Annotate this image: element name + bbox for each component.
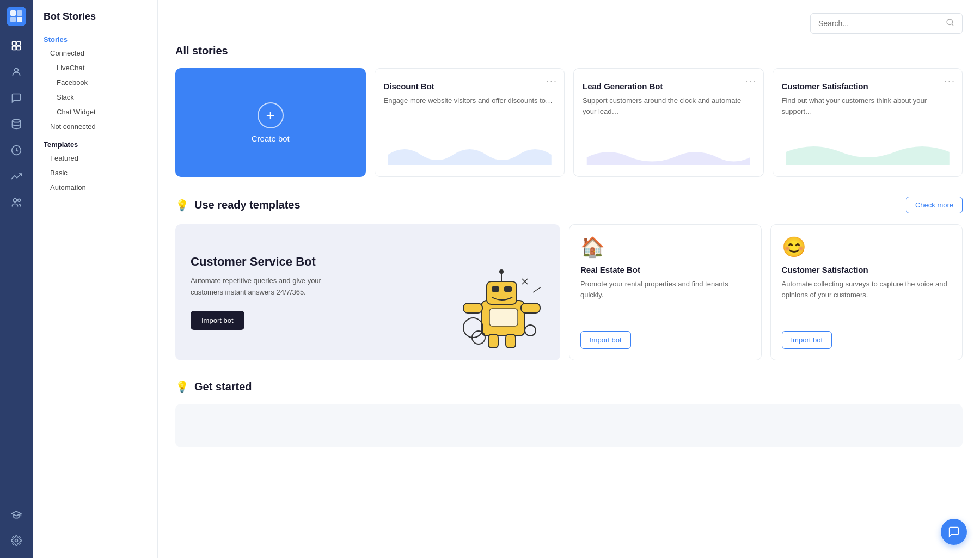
sidebar-item-automation[interactable]: Automation bbox=[33, 180, 157, 195]
svg-rect-17 bbox=[487, 281, 517, 304]
svg-rect-21 bbox=[504, 286, 512, 292]
svg-point-13 bbox=[15, 539, 18, 542]
discount-bot-wave bbox=[384, 138, 556, 168]
search-icon bbox=[946, 18, 954, 29]
lead-bot-desc: Support customers around the clock and a… bbox=[583, 95, 755, 116]
featured-desc: Automate repetitive queries and give you… bbox=[191, 275, 343, 298]
templates-section-title: 💡 Use ready templates bbox=[175, 199, 301, 212]
nav-history[interactable] bbox=[5, 139, 27, 161]
sidebar-item-slack[interactable]: Slack bbox=[33, 90, 157, 105]
card-menu-satisfaction[interactable]: ··· bbox=[944, 75, 955, 87]
robot-illustration bbox=[451, 257, 549, 355]
svg-point-12 bbox=[18, 199, 21, 201]
customer-sat-import-button[interactable]: Import bot bbox=[782, 331, 832, 349]
lead-bot-title: Lead Generation Bot bbox=[583, 82, 755, 91]
story-card-satisfaction: ··· Customer Satisfaction Find out what … bbox=[773, 68, 963, 177]
svg-rect-23 bbox=[521, 303, 540, 313]
story-card-discount: ··· Discount Bot Engage more website vis… bbox=[375, 68, 565, 177]
discount-bot-title: Discount Bot bbox=[384, 82, 556, 91]
satisfaction-title: Customer Satisfaction bbox=[782, 82, 954, 91]
svg-rect-2 bbox=[10, 17, 16, 22]
create-bot-label: Create bot bbox=[252, 134, 290, 143]
nav-contacts[interactable] bbox=[5, 61, 27, 83]
svg-point-9 bbox=[13, 120, 21, 122]
real-estate-desc: Promote your rental properties and find … bbox=[580, 279, 750, 322]
all-stories-title: All stories bbox=[175, 45, 963, 57]
card-menu-discount[interactable]: ··· bbox=[546, 75, 558, 87]
sidebar-item-not-connected[interactable]: Not connected bbox=[33, 119, 157, 134]
main-header bbox=[175, 13, 963, 34]
story-card-lead: ··· Lead Generation Bot Support customer… bbox=[573, 68, 764, 177]
svg-rect-0 bbox=[10, 10, 16, 16]
customer-sat-icon: 😊 bbox=[782, 236, 952, 259]
create-bot-plus-icon: + bbox=[258, 102, 284, 128]
create-bot-card[interactable]: + Create bot bbox=[175, 68, 366, 177]
svg-line-15 bbox=[952, 24, 953, 26]
discount-bot-desc: Engage more website visitors and offer d… bbox=[384, 95, 556, 106]
svg-rect-4 bbox=[13, 42, 16, 46]
featured-import-button[interactable]: Import bot bbox=[191, 311, 244, 330]
sidebar: Bot Stories Stories Connected LiveChat F… bbox=[33, 0, 158, 558]
real-estate-import-button[interactable]: Import bot bbox=[580, 331, 631, 349]
bulb-icon: 💡 bbox=[175, 199, 189, 212]
customer-sat-title: Customer Satisfaction bbox=[782, 265, 952, 274]
search-box bbox=[810, 13, 963, 34]
svg-rect-24 bbox=[488, 334, 498, 348]
get-started-bulb-icon: 💡 bbox=[175, 380, 189, 393]
sidebar-item-livechat[interactable]: LiveChat bbox=[33, 60, 157, 75]
svg-point-8 bbox=[15, 68, 19, 72]
floating-chat-button[interactable] bbox=[941, 519, 967, 545]
svg-rect-22 bbox=[463, 303, 482, 313]
svg-rect-1 bbox=[17, 10, 22, 16]
svg-rect-7 bbox=[17, 46, 21, 50]
templates-grid: Customer Service Bot Automate repetitive… bbox=[175, 224, 963, 360]
svg-rect-6 bbox=[13, 46, 16, 50]
nav-data[interactable] bbox=[5, 113, 27, 135]
real-estate-icon: 🏠 bbox=[580, 236, 750, 259]
satisfaction-wave bbox=[782, 138, 954, 168]
svg-rect-20 bbox=[492, 286, 499, 292]
sidebar-item-featured[interactable]: Featured bbox=[33, 151, 157, 165]
sidebar-item-connected[interactable]: Connected bbox=[33, 46, 157, 60]
sidebar-item-basic[interactable]: Basic bbox=[33, 165, 157, 180]
svg-point-14 bbox=[947, 19, 953, 25]
svg-point-19 bbox=[499, 269, 504, 274]
nav-chat[interactable] bbox=[5, 87, 27, 109]
templates-section-header: 💡 Use ready templates Check more bbox=[175, 197, 963, 213]
nav-analytics[interactable] bbox=[5, 165, 27, 187]
check-more-button[interactable]: Check more bbox=[906, 197, 963, 213]
svg-rect-25 bbox=[506, 334, 516, 348]
customer-sat-desc: Automate collecting surveys to capture t… bbox=[782, 279, 952, 322]
sidebar-section-stories[interactable]: Stories bbox=[33, 31, 157, 46]
featured-template-card: Customer Service Bot Automate repetitive… bbox=[175, 224, 560, 360]
nav-academy[interactable] bbox=[5, 504, 27, 525]
sidebar-item-facebook[interactable]: Facebook bbox=[33, 75, 157, 90]
featured-title: Customer Service Bot bbox=[191, 255, 343, 269]
nav-settings[interactable] bbox=[5, 530, 27, 551]
svg-rect-3 bbox=[17, 17, 22, 22]
card-menu-lead[interactable]: ··· bbox=[745, 75, 756, 87]
search-input[interactable] bbox=[818, 19, 941, 28]
nav-team[interactable] bbox=[5, 192, 27, 213]
svg-rect-26 bbox=[489, 309, 518, 326]
svg-point-11 bbox=[13, 199, 17, 203]
sidebar-item-chat-widget[interactable]: Chat Widget bbox=[33, 105, 157, 119]
icon-nav bbox=[0, 0, 33, 558]
satisfaction-desc: Find out what your customers think about… bbox=[782, 95, 954, 116]
real-estate-template-card: 🏠 Real Estate Bot Promote your rental pr… bbox=[569, 224, 762, 360]
svg-rect-5 bbox=[17, 42, 21, 46]
get-started-title: Get started bbox=[194, 381, 252, 393]
get-started-card bbox=[175, 404, 963, 447]
lead-bot-wave bbox=[583, 138, 755, 168]
real-estate-title: Real Estate Bot bbox=[580, 265, 750, 274]
svg-line-29 bbox=[533, 287, 541, 292]
get-started-header: 💡 Get started bbox=[175, 380, 963, 393]
main-content: All stories + Create bot ··· Discount Bo… bbox=[158, 0, 980, 558]
customer-sat-template-card: 😊 Customer Satisfaction Automate collect… bbox=[770, 224, 963, 360]
nav-bots[interactable] bbox=[5, 35, 27, 57]
app-logo[interactable] bbox=[7, 7, 26, 26]
svg-point-32 bbox=[525, 325, 536, 336]
sidebar-section-templates: Templates bbox=[33, 134, 157, 151]
stories-grid: + Create bot ··· Discount Bot Engage mor… bbox=[175, 68, 963, 177]
sidebar-title: Bot Stories bbox=[33, 11, 157, 31]
